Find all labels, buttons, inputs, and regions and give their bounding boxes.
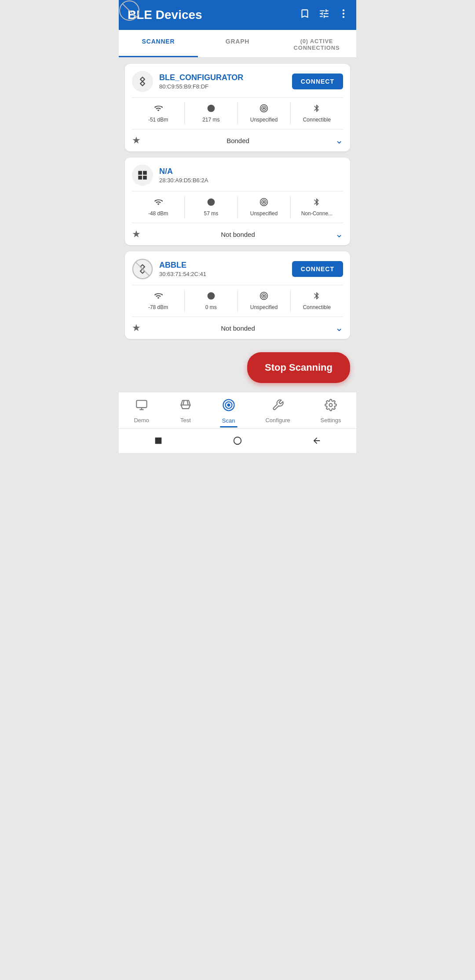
nav-label-settings: Settings (321, 417, 341, 424)
device-name-block-1: BLE_CONFIGURATOR 80:C9:55:B9:F8:DF (159, 73, 243, 90)
signal-icon-3 (154, 291, 163, 302)
nav-label-test: Test (180, 417, 191, 424)
stat-interval-2: 57 ms (185, 196, 238, 218)
device-bond-row-1[interactable]: ★ Bonded ⌄ (132, 129, 343, 151)
svg-point-13 (262, 200, 266, 204)
clock-icon-3 (207, 291, 216, 302)
interval-value-2: 57 ms (204, 210, 219, 217)
svg-rect-8 (138, 171, 142, 175)
tab-scanner[interactable]: SCANNER (119, 30, 198, 57)
clock-icon-1 (207, 104, 216, 115)
tabs-bar: SCANNER GRAPH (0) ACTIVE CONNECTIONS (119, 30, 356, 58)
svg-point-1 (343, 13, 344, 15)
stat-conn-3: Connectible (291, 290, 343, 312)
bluetooth-icon-3 (312, 291, 321, 302)
target-icon-3 (259, 291, 268, 302)
nav-item-scan[interactable]: Scan (222, 398, 235, 424)
rssi-value-1: -51 dBm (148, 117, 168, 123)
system-stop-icon[interactable] (153, 436, 163, 448)
stat-type-2: Unspecified (238, 196, 291, 218)
svg-rect-20 (136, 401, 146, 408)
clock-icon-2 (207, 198, 216, 209)
nav-item-configure[interactable]: Configure (265, 399, 290, 424)
stat-interval-3: 0 ms (185, 290, 238, 312)
type-value-3: Unspecified (250, 304, 278, 310)
connectable-value-2: Non-Conne... (301, 210, 332, 217)
nav-label-scan: Scan (222, 417, 235, 424)
connect-button-1[interactable]: CONNECT (292, 74, 343, 89)
bottom-nav: Demo Test Scan Configure Settings (119, 392, 356, 428)
bookmark-icon[interactable] (299, 8, 311, 22)
device-card-1: BLE_CONFIGURATOR 80:C9:55:B9:F8:DF CONNE… (125, 64, 350, 151)
nav-item-settings[interactable]: Settings (321, 399, 341, 424)
filter-icon[interactable] (318, 8, 330, 22)
device-name-3: ABBLE (159, 261, 206, 270)
stat-type-1: Unspecified (238, 102, 291, 125)
signal-icon-1 (154, 104, 163, 115)
device-stats-3: -78 dBm 0 ms Unspecified Connectible (132, 285, 343, 317)
demo-icon (135, 399, 148, 414)
rssi-value-2: -48 dBm (148, 210, 168, 217)
signal-icon-2 (154, 198, 163, 209)
svg-point-25 (227, 404, 230, 406)
target-icon-1 (259, 104, 268, 115)
type-value-2: Unspecified (250, 210, 278, 217)
chevron-down-icon-2[interactable]: ⌄ (335, 228, 343, 240)
connect-button-3[interactable]: CONNECT (292, 261, 343, 277)
svg-line-4 (122, 4, 136, 18)
target-icon-2 (259, 198, 268, 209)
device-info-1: BLE_CONFIGURATOR 80:C9:55:B9:F8:DF (132, 71, 243, 92)
svg-point-14 (263, 201, 264, 203)
device-icon-2 (132, 165, 153, 186)
connectable-value-1: Connectible (303, 117, 331, 123)
nav-label-demo: Demo (134, 417, 149, 424)
nav-item-test[interactable]: Test (179, 399, 192, 424)
device-mac-3: 30:63:71:54:2C:41 (159, 271, 206, 277)
device-bond-row-3[interactable]: ★ Not bonded ⌄ (132, 317, 343, 339)
scan-icon (222, 398, 235, 415)
more-vertical-icon[interactable] (338, 8, 349, 22)
svg-rect-27 (155, 438, 162, 444)
system-back-icon[interactable] (312, 436, 322, 448)
stat-rssi-2: -48 dBm (132, 196, 185, 218)
chevron-down-icon-1[interactable]: ⌄ (335, 135, 343, 146)
device-bond-row-2[interactable]: ★ Not bonded ⌄ (132, 223, 343, 245)
svg-point-0 (343, 9, 344, 11)
connectable-value-3: Connectible (303, 304, 331, 310)
system-home-icon[interactable] (233, 436, 242, 448)
device-info-2: N/A 28:30:A9:D5:B6:2A (132, 165, 208, 186)
star-icon-1[interactable]: ★ (132, 135, 141, 146)
stat-conn-1: Connectible (291, 102, 343, 125)
nav-label-configure: Configure (265, 417, 290, 424)
system-nav-bar (119, 428, 356, 453)
chevron-down-icon-3[interactable]: ⌄ (335, 322, 343, 334)
type-value-1: Unspecified (250, 117, 278, 123)
tab-connections[interactable]: (0) ACTIVE CONNECTIONS (277, 30, 356, 57)
rssi-value-3: -78 dBm (148, 304, 168, 310)
tab-graph[interactable]: GRAPH (198, 30, 277, 57)
device-name-block-3: ABBLE 30:63:71:54:2C:41 (159, 261, 206, 277)
star-icon-3[interactable]: ★ (132, 322, 141, 334)
configure-icon (272, 399, 284, 414)
nav-item-demo[interactable]: Demo (134, 399, 149, 424)
stat-rssi-1: -51 dBm (132, 102, 185, 125)
stop-scanning-button[interactable]: Stop Scanning (247, 352, 350, 383)
device-name-block-2: N/A 28:30:A9:D5:B6:2A (159, 167, 208, 184)
device-stats-2: -48 dBm 57 ms Unspecified Non-Conne... (132, 191, 343, 223)
svg-point-2 (343, 16, 344, 18)
stat-rssi-3: -78 dBm (132, 290, 185, 312)
device-header-3: ABBLE 30:63:71:54:2C:41 CONNECT (132, 258, 343, 280)
device-name-1: BLE_CONFIGURATOR (159, 73, 243, 82)
svg-point-7 (263, 107, 264, 109)
svg-point-19 (263, 295, 264, 296)
device-list: BLE_CONFIGURATOR 80:C9:55:B9:F8:DF CONNE… (119, 58, 356, 339)
svg-point-18 (262, 294, 266, 298)
stop-scanning-area: Stop Scanning (119, 339, 356, 392)
bluetooth-icon-1 (312, 104, 321, 115)
header-icons (299, 8, 349, 22)
star-icon-2[interactable]: ★ (132, 228, 141, 240)
bond-status-3: Not bonded (145, 324, 331, 332)
device-mac-2: 28:30:A9:D5:B6:2A (159, 177, 208, 184)
stat-conn-2: Non-Conne... (291, 196, 343, 218)
svg-point-28 (234, 437, 241, 445)
